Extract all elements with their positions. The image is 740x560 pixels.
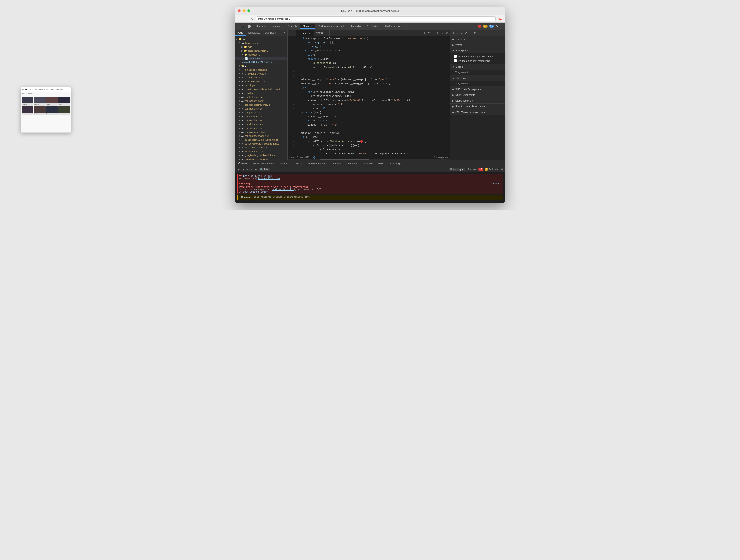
cursor-icon[interactable]: ⬚: [236, 24, 240, 28]
console-filter-toggle-btn[interactable]: ⊕: [242, 168, 245, 171]
tree-item-cdn-starapps[interactable]: ▶ ☁ cdn.starapps.studio: [235, 130, 287, 134]
tab-elements[interactable]: Elements: [254, 24, 270, 28]
tab-overrides[interactable]: Overrides: [263, 30, 278, 36]
console-context-selector[interactable]: top ▾: [247, 168, 252, 171]
maximize-button[interactable]: [247, 9, 250, 12]
tree-item-analytics-tiktok[interactable]: ▶ ☁ analytics.tiktok.com: [235, 72, 287, 76]
console-tab-network-conditions[interactable]: Network conditions: [250, 161, 276, 166]
tree-item-boost-cdn[interactable]: ▶ ☁ boost-cdn-prod.bc-solutions.net: [235, 87, 287, 91]
tree-item-cdn-richpanel[interactable]: ▶ ☁ cdn.richpanel.com: [235, 122, 287, 126]
tree-item-wpm[interactable]: wpm@36000b3ew23d1e6a6p...: [235, 61, 287, 64]
close-tab-icon[interactable]: ✕: [326, 32, 327, 34]
step-out-btn[interactable]: ↑: [436, 31, 439, 35]
tab-sources[interactable]: Sources: [300, 24, 315, 29]
tab-recorder[interactable]: Recorder: [348, 24, 364, 28]
scrollbar-thumb[interactable]: [320, 159, 369, 160]
console-tab-coverage[interactable]: Coverage: [388, 161, 403, 166]
panel-tab-more[interactable]: »: [282, 30, 287, 36]
tab-application[interactable]: Application: [364, 24, 382, 28]
tree-item-cdn-kimonix[interactable]: ▶ ☁ cdn.kimonix.com: [235, 114, 287, 118]
pause-caught-input[interactable]: [454, 59, 457, 62]
close-button[interactable]: [238, 9, 241, 12]
console-errors-only-btn[interactable]: Errors only ▾: [449, 168, 465, 171]
deactivate-debug-btn[interactable]: ⊘: [473, 31, 477, 35]
step-btn[interactable]: →: [440, 31, 444, 35]
console-tab-memory[interactable]: Memory inspector: [305, 161, 330, 166]
minimize-button[interactable]: [243, 9, 246, 12]
event-section-header[interactable]: ▶ Event Listener Breakpoints: [450, 104, 505, 109]
console-error-link-1b[interactable]: best-sellers:104: [258, 177, 280, 180]
console-tab-animations[interactable]: Animations: [344, 161, 360, 166]
code-editor-content[interactable]: 1 if (navigator.platform === "Linux x86_…: [288, 36, 450, 156]
breakpoints-section-header[interactable]: ▼ Breakpoints: [450, 48, 505, 53]
bookmark-button[interactable]: 🔖: [497, 16, 503, 21]
settings-icon[interactable]: ⚙: [495, 24, 499, 28]
step-debug-btn[interactable]: →: [469, 31, 472, 35]
console-filter-box[interactable]: 🔍 Filter: [259, 168, 270, 171]
pause-uncaught-input[interactable]: [454, 55, 457, 58]
xhr-section-header[interactable]: ▶ XHR/fetch Breakpoints: [450, 86, 505, 92]
console-error-link-2a[interactable]: best-sellers:1:1: [272, 188, 294, 191]
pause-caught-checkbox[interactable]: Pause on caught exceptions: [452, 59, 503, 63]
pause-uncaught-checkbox[interactable]: Pause on uncaught exceptions: [452, 54, 503, 59]
tab-more[interactable]: »: [403, 24, 409, 28]
tree-item-cdn-hextom[interactable]: ▶ ☁ cdn.hextom.com: [235, 107, 287, 110]
tab-performance[interactable]: Performance: [382, 24, 402, 28]
console-eye-btn[interactable]: 👁: [253, 168, 257, 171]
callstack-section-header[interactable]: ▼ Call Stack: [450, 75, 505, 81]
tree-item-micro[interactable]: ▶ ☁ micro-messenger-app: [235, 157, 287, 160]
tab-console[interactable]: Console: [285, 24, 300, 28]
console-tab-search[interactable]: Search: [331, 161, 343, 166]
tree-item-connect-fb[interactable]: ▶ ☁ connect.facebook.net: [235, 134, 287, 138]
console-error-link-1a[interactable]: best-sellers:104:187: [243, 175, 272, 177]
code-tab-vm509[interactable]: VM509 ✕: [314, 30, 330, 36]
scrollbar-track[interactable]: [288, 159, 450, 160]
step-into-btn[interactable]: ↓: [432, 31, 436, 35]
tree-item-app-kiwi[interactable]: ▶ ☁ app.kiwisizing.com: [235, 79, 287, 83]
csp-section-header[interactable]: ▶ CSP Violation Breakpoints: [450, 109, 505, 115]
tree-item-cdn-shopify[interactable]: ▶ ☁ cdn.shopify-script: [235, 99, 287, 103]
tree-item-cdn[interactable]: ▶ 📁 cdn: [235, 45, 287, 49]
address-bar[interactable]: [256, 16, 496, 21]
console-tab-console[interactable]: Console: [236, 161, 250, 166]
step-over-btn[interactable]: ↷: [427, 31, 432, 35]
forward-button[interactable]: →: [244, 16, 249, 21]
tree-item-ajax[interactable]: ▶ ☁ ajax.googleapis.com: [235, 68, 287, 72]
deactivate-breakpoints-btn[interactable]: ⊘: [445, 31, 449, 35]
tab-network[interactable]: Network: [270, 24, 285, 28]
pause-debugger-btn[interactable]: ⏸: [452, 31, 456, 35]
step-into-debug-btn[interactable]: ↙: [460, 31, 463, 35]
tree-item-top[interactable]: ▶ 📁 top: [235, 37, 287, 41]
console-tab-issues[interactable]: Issues: [293, 161, 305, 166]
dom-section-header[interactable]: ▶ DOM Breakpoints: [450, 92, 505, 98]
console-clear-btn[interactable]: ⊘: [237, 168, 240, 171]
record-icon[interactable]: ⬤: [247, 24, 252, 28]
tree-item-api-kimonix[interactable]: ▶ ☁ api.kimonix.com: [235, 76, 287, 79]
console-tab-sensors[interactable]: Sensors: [361, 161, 375, 166]
console-settings-icon[interactable]: ⚙: [501, 168, 503, 171]
watch-section-header[interactable]: ▶ Watch: [450, 42, 505, 48]
console-error-link-2b[interactable]: best-sellers:105:9: [243, 191, 268, 193]
threads-section-header[interactable]: ▶ Threads: [450, 36, 505, 42]
back-button[interactable]: ←: [237, 16, 242, 21]
tab-page[interactable]: Page: [235, 30, 246, 36]
tree-item-cdn-jsdelivr[interactable]: ▶ ☁ cdn.jsdelivr.net: [235, 110, 287, 114]
tree-item-d1hcr[interactable]: ▶ ☁ d1hcrjcdtouu7e.cloudfront.net: [235, 138, 287, 142]
pause-resume-btn[interactable]: ⏸: [422, 31, 427, 35]
tree-item-cloud[interactable]: ▶ ⛅ .: [235, 64, 287, 68]
tree-item-collections[interactable]: ▼ 📁 collections: [235, 53, 287, 57]
pretty-print-btn[interactable]: {}: [289, 31, 293, 35]
code-tab-best-sellers[interactable]: best-sellers: [296, 30, 314, 36]
console-tab-rendering[interactable]: Rendering: [276, 161, 293, 166]
tree-item-bat-bing[interactable]: ▶ ☁ bat.bing.com: [235, 83, 287, 87]
scope-section-header[interactable]: ▼ Scope: [450, 64, 505, 70]
global-section-header[interactable]: ▶ Global Listeners: [450, 98, 505, 103]
tree-item-cdn-shopifycom[interactable]: ▶ ☁ cdn.shopify.com: [235, 126, 287, 130]
tree-item-cdn-nfcube[interactable]: ▶ ☁ cdn.nfcube.com: [235, 118, 287, 122]
tab-performance-insights[interactable]: Performance insights ↗: [315, 24, 347, 28]
tab-workspace[interactable]: Workspace: [246, 30, 263, 36]
tree-item-fonts-google[interactable]: ▶ ☁ fonts.googleapis.com: [235, 146, 287, 150]
console-tab-autofill[interactable]: Autofill: [375, 161, 387, 166]
step-over-debug-btn[interactable]: ⤵: [457, 31, 459, 35]
tree-item-d18eg[interactable]: ▶ ☁ d18eg7dreypte5.cloudfront.net: [235, 142, 287, 146]
